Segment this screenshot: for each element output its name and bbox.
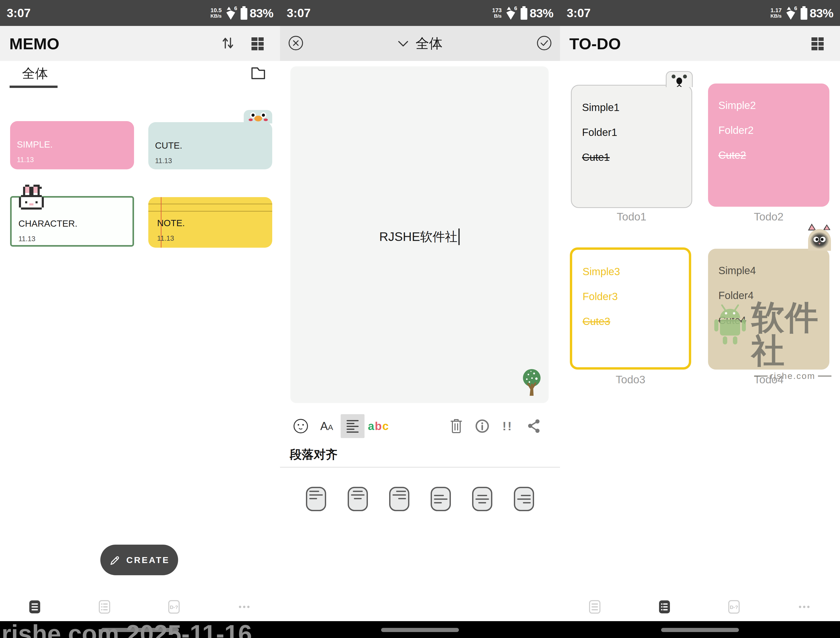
nav-dday-tab[interactable]: D-? xyxy=(167,600,181,614)
folder-icon xyxy=(250,64,265,81)
more-dots-icon xyxy=(797,600,811,614)
nav-more-tab[interactable] xyxy=(237,600,251,614)
font-tool-button[interactable]: AA xyxy=(315,414,339,438)
todo-card-label: Todo3 xyxy=(570,374,691,386)
todo-item[interactable]: Folder4 xyxy=(718,290,829,301)
todo-item-done[interactable]: Cute2 xyxy=(718,149,829,161)
bird-face-tab xyxy=(244,110,272,123)
memo-nav-icon xyxy=(589,600,601,614)
memo-card-character[interactable]: CHARACTER. 11.13 xyxy=(10,196,134,247)
clock: 3:07 xyxy=(287,6,311,20)
todo-item[interactable]: Simple3 xyxy=(583,266,689,277)
clock: 3:07 xyxy=(567,6,591,20)
priority-button[interactable]: !! xyxy=(496,414,519,438)
status-bar: 3:07 10.5 KB/s 6 83% xyxy=(0,0,280,26)
todo-item-done[interactable]: Cute4 xyxy=(718,315,829,326)
dday-nav-icon: D-? xyxy=(168,600,180,614)
nav-more-tab[interactable] xyxy=(797,600,811,614)
editor-panel: 3:07 173 B/s 6 83% xyxy=(280,0,560,638)
status-right: 1.17 KB/s 6 83% xyxy=(771,6,833,20)
editor-topbar: 全体 xyxy=(280,26,560,61)
tab-underline xyxy=(9,85,58,88)
todo-card-4[interactable]: Simple4 Folder4 Cute4 xyxy=(708,249,829,370)
nav-dday-tab[interactable]: D-? xyxy=(727,600,741,614)
info-icon xyxy=(475,419,490,434)
todo-card-2[interactable]: Simple2 Folder2 Cute2 xyxy=(708,84,829,207)
todo-card-label: Todo1 xyxy=(571,211,692,223)
close-button[interactable] xyxy=(288,35,304,52)
info-button[interactable] xyxy=(470,414,494,438)
memo-card-date: 11.13 xyxy=(17,156,134,164)
layout-grid-button[interactable] xyxy=(810,35,826,52)
close-icon xyxy=(288,35,304,51)
tab-all-memos[interactable]: 全体 xyxy=(22,65,48,82)
share-icon xyxy=(527,418,542,434)
emoji-tool-button[interactable] xyxy=(289,414,313,438)
layout-grid-button[interactable] xyxy=(250,35,265,52)
todo-item-done[interactable]: Cute3 xyxy=(583,316,689,327)
network-speed: 1.17 KB/s xyxy=(771,8,782,18)
nav-memo-tab[interactable] xyxy=(588,600,602,614)
align-tool-button-selected[interactable] xyxy=(341,414,365,438)
speed-value: 1.17 xyxy=(771,8,782,13)
page-title: MEMO xyxy=(9,34,59,53)
grid-icon xyxy=(810,35,826,51)
category-label: 全体 xyxy=(415,35,442,53)
memo-card-cute[interactable]: CUTE. 11.13 xyxy=(148,122,272,169)
align-top-left-button[interactable] xyxy=(306,487,326,511)
folder-button[interactable] xyxy=(250,64,265,81)
note-editor[interactable]: RJSHE软件社 xyxy=(291,66,549,403)
tree-sticker xyxy=(522,368,542,398)
todo-item[interactable]: Folder2 xyxy=(718,125,829,136)
vpn-badge: 6 xyxy=(514,5,517,11)
battery-indicator: 83% xyxy=(800,6,833,20)
nav-memo-tab[interactable] xyxy=(28,600,41,614)
todo-item[interactable]: Folder1 xyxy=(582,127,692,138)
nav-todo-tab[interactable] xyxy=(98,600,111,614)
memo-card-note[interactable]: NOTE. 11.13 xyxy=(148,197,272,248)
font-tool-label: AA xyxy=(320,420,333,432)
delete-button[interactable] xyxy=(444,414,468,438)
todo-card-1[interactable]: Simple1 Folder1 Cute1 xyxy=(571,85,692,208)
category-selector[interactable]: 全体 xyxy=(398,35,442,53)
align-middle-right-button[interactable] xyxy=(514,487,534,511)
cat-face-icon xyxy=(808,223,831,251)
confirm-button[interactable] xyxy=(536,35,552,52)
align-middle-center-button[interactable] xyxy=(472,487,492,511)
grid-icon xyxy=(250,35,265,51)
todo-card-3[interactable]: Simple3 Folder3 Cute3 xyxy=(570,247,691,370)
share-button[interactable] xyxy=(522,414,546,438)
align-top-center-button[interactable] xyxy=(348,487,368,511)
todo-card-label: Todo2 xyxy=(708,211,829,223)
todo-item-done[interactable]: Cute1 xyxy=(582,152,692,163)
memo-card-simple[interactable]: SIMPLE. 11.13 xyxy=(10,121,134,169)
todo-item[interactable]: Folder3 xyxy=(583,291,689,302)
network-speed: 173 B/s xyxy=(492,8,502,18)
todo-item[interactable]: Simple1 xyxy=(582,102,692,113)
text-color-tool-button[interactable]: abc xyxy=(366,414,390,438)
vpn-badge: 6 xyxy=(234,5,237,11)
create-button[interactable]: CREATE xyxy=(100,545,178,575)
todo-panel: 3:07 1.17 KB/s 6 83% TO-DO xyxy=(560,0,840,638)
vpn-icon: 6 xyxy=(225,6,237,20)
align-lines-icon xyxy=(345,418,360,434)
todo-item[interactable]: Simple4 xyxy=(718,265,829,276)
align-middle-left-button[interactable] xyxy=(431,487,451,511)
note-text-line: RJSHE软件社 xyxy=(291,228,549,245)
home-indicator[interactable] xyxy=(381,628,459,632)
check-icon xyxy=(536,35,552,51)
abc-label: abc xyxy=(368,420,389,432)
speed-unit: B/s xyxy=(494,13,502,18)
memo-card-date: 11.13 xyxy=(157,234,272,242)
svg-text:D-?: D-? xyxy=(730,605,738,610)
sort-button[interactable] xyxy=(220,36,235,52)
battery-icon xyxy=(800,6,808,20)
todo-item[interactable]: Simple2 xyxy=(718,100,829,111)
koala-face-tab xyxy=(666,71,693,87)
smiley-icon xyxy=(293,418,309,434)
home-indicator[interactable] xyxy=(661,628,739,632)
pixel-bunny-icon xyxy=(19,185,44,209)
align-top-right-button[interactable] xyxy=(389,487,409,511)
nav-todo-tab[interactable] xyxy=(658,600,671,614)
trash-icon xyxy=(450,418,463,434)
